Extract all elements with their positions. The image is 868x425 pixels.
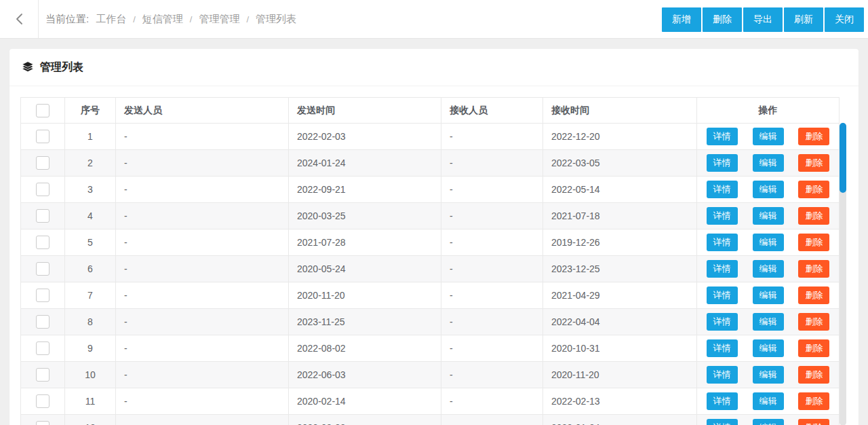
row-delete-button[interactable]: 删除	[798, 392, 829, 410]
cell-receiver: -	[441, 256, 543, 282]
row-checkbox[interactable]	[36, 289, 50, 302]
cell-index: 10	[65, 362, 116, 388]
row-checkbox[interactable]	[36, 341, 50, 355]
detail-button[interactable]: 详情	[707, 154, 738, 172]
row-delete-button[interactable]: 删除	[798, 234, 829, 251]
row-actions-cell: 详情 编辑 删除	[697, 203, 840, 229]
detail-button[interactable]: 详情	[707, 260, 738, 278]
cell-receive-time: 2021-04-29	[543, 282, 697, 309]
edit-button[interactable]: 编辑	[753, 260, 784, 278]
detail-button[interactable]: 详情	[707, 339, 738, 357]
close-button[interactable]: 关闭	[825, 7, 864, 32]
row-delete-button[interactable]: 删除	[798, 154, 829, 172]
cell-receiver: -	[441, 229, 543, 256]
row-checkbox[interactable]	[36, 315, 50, 329]
cell-sender: -	[116, 203, 289, 229]
edit-button[interactable]: 编辑	[753, 339, 784, 357]
detail-button[interactable]: 详情	[707, 313, 738, 331]
breadcrumb-item-workbench[interactable]: 工作台	[96, 13, 126, 26]
cell-sender: -	[116, 282, 289, 309]
table-row: 4 - 2020-03-25 - 2021-07-18 详情 编辑 删除	[21, 203, 840, 229]
row-checkbox[interactable]	[36, 262, 50, 276]
cell-index: 5	[65, 229, 116, 256]
row-delete-button[interactable]: 删除	[798, 313, 829, 331]
detail-button[interactable]: 详情	[707, 287, 738, 304]
table-scrollbar-thumb[interactable]	[840, 123, 846, 193]
cell-receive-time: 2022-05-14	[543, 177, 697, 203]
breadcrumb: 当前位置: 工作台 / 短信管理 / 管理管理 / 管理列表	[39, 13, 296, 26]
edit-button[interactable]: 编辑	[753, 154, 784, 172]
detail-button[interactable]: 详情	[707, 234, 738, 251]
row-checkbox[interactable]	[36, 368, 50, 382]
row-checkbox[interactable]	[36, 394, 50, 408]
edit-button[interactable]: 编辑	[753, 313, 784, 331]
select-all-cell	[21, 98, 65, 124]
cell-index: 12	[65, 415, 116, 425]
row-checkbox[interactable]	[36, 421, 50, 425]
row-checkbox-cell	[21, 229, 65, 256]
row-checkbox-cell	[21, 415, 65, 425]
card-header: 管理列表	[9, 49, 859, 86]
detail-button[interactable]: 详情	[707, 207, 738, 225]
edit-button[interactable]: 编辑	[753, 366, 784, 384]
edit-button[interactable]: 编辑	[753, 207, 784, 225]
row-delete-button[interactable]: 删除	[798, 419, 829, 425]
row-delete-button[interactable]: 删除	[798, 339, 829, 357]
cell-index: 1	[65, 124, 116, 150]
breadcrumb-item-manage[interactable]: 管理管理	[199, 13, 239, 26]
row-checkbox[interactable]	[36, 130, 50, 143]
content-card: 管理列表 序号 发送人员 发送时间 接收人员 接收时间 操作	[9, 49, 859, 425]
row-delete-button[interactable]: 删除	[798, 128, 829, 145]
select-all-checkbox[interactable]	[36, 104, 50, 117]
row-delete-button[interactable]: 删除	[798, 260, 829, 278]
add-button[interactable]: 新增	[662, 7, 701, 32]
detail-button[interactable]: 详情	[707, 419, 738, 425]
edit-button[interactable]: 编辑	[753, 419, 784, 425]
table-row: 5 - 2021-07-28 - 2019-12-26 详情 编辑 删除	[21, 229, 840, 256]
row-checkbox[interactable]	[36, 183, 50, 196]
cell-send-time: 2022-09-21	[289, 177, 441, 203]
row-delete-button[interactable]: 删除	[798, 207, 829, 225]
export-button[interactable]: 导出	[743, 7, 783, 32]
cell-receiver: -	[441, 177, 543, 203]
breadcrumb-item-list[interactable]: 管理列表	[256, 13, 296, 26]
back-button[interactable]	[0, 0, 39, 38]
cell-send-time: 2020-02-14	[289, 388, 441, 415]
cell-send-time: 2022-06-03	[289, 362, 441, 388]
refresh-button[interactable]: 刷新	[784, 7, 823, 32]
cell-sender: -	[116, 229, 289, 256]
cell-sender: -	[116, 388, 289, 415]
table-scrollbar-track[interactable]	[840, 123, 846, 425]
row-checkbox[interactable]	[36, 236, 50, 249]
row-actions-cell: 详情 编辑 删除	[697, 124, 840, 150]
edit-button[interactable]: 编辑	[753, 234, 784, 251]
cell-receive-time: 2020-10-31	[543, 335, 697, 362]
cell-receive-time: 2021-07-18	[543, 203, 697, 229]
breadcrumb-item-sms[interactable]: 短信管理	[142, 13, 183, 26]
cell-receiver: -	[441, 124, 543, 150]
row-delete-button[interactable]: 删除	[798, 181, 829, 198]
detail-button[interactable]: 详情	[707, 181, 738, 198]
row-delete-button[interactable]: 删除	[798, 366, 829, 384]
row-checkbox-cell	[21, 124, 65, 150]
cell-sender: -	[116, 256, 289, 282]
col-send-time: 发送时间	[289, 98, 441, 124]
row-checkbox[interactable]	[36, 156, 50, 170]
row-delete-button[interactable]: 删除	[798, 287, 829, 304]
detail-button[interactable]: 详情	[707, 392, 738, 410]
cell-receiver: -	[441, 203, 543, 229]
row-actions-cell: 详情 编辑 删除	[697, 256, 840, 282]
edit-button[interactable]: 编辑	[753, 128, 784, 145]
delete-button[interactable]: 删除	[703, 7, 742, 32]
detail-button[interactable]: 详情	[707, 366, 738, 384]
cell-sender: -	[116, 177, 289, 203]
table-row: 2 - 2024-01-24 - 2022-03-05 详情 编辑 删除	[21, 150, 840, 177]
edit-button[interactable]: 编辑	[753, 181, 784, 198]
edit-button[interactable]: 编辑	[753, 392, 784, 410]
row-checkbox[interactable]	[36, 209, 50, 223]
edit-button[interactable]: 编辑	[753, 287, 784, 304]
table-header-row: 序号 发送人员 发送时间 接收人员 接收时间 操作	[21, 98, 840, 124]
cell-receive-time: 2023-12-25	[543, 256, 697, 282]
detail-button[interactable]: 详情	[707, 128, 738, 145]
page-title: 管理列表	[40, 60, 83, 75]
